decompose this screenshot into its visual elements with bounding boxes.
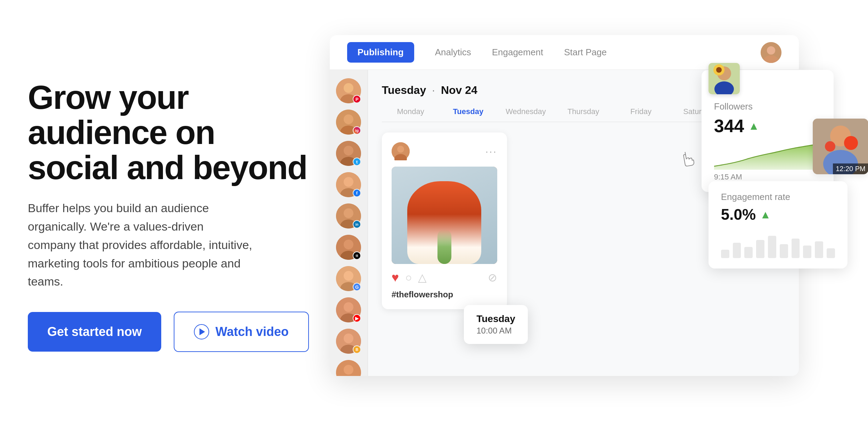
- svg-point-34: [397, 146, 404, 153]
- bar-7: [792, 239, 800, 258]
- engagement-rate-value: 5.0% ▲: [721, 206, 835, 223]
- post-image: [392, 167, 497, 264]
- day-thursday: Thursday: [555, 107, 612, 116]
- bar-2: [733, 243, 741, 258]
- svg-point-16: [344, 208, 353, 218]
- flower-bouquet: [392, 167, 497, 264]
- bar-5: [768, 236, 776, 258]
- play-triangle: [199, 328, 205, 335]
- app-mockup: Publishing Analytics Engagement Start Pa…: [330, 21, 868, 404]
- bar-1: [721, 250, 729, 258]
- post-card: ···: [382, 133, 507, 309]
- followers-chart: [714, 142, 821, 170]
- google-badge: G: [353, 283, 361, 291]
- hero-left: Grow your audience on social and beyond …: [28, 73, 309, 352]
- hero-container: Grow your audience on social and beyond …: [0, 0, 868, 425]
- buffer-badge: B: [353, 345, 361, 354]
- date-separator: ·: [432, 84, 435, 96]
- followers-time: 9:15 AM: [714, 173, 821, 182]
- svg-point-25: [344, 302, 353, 312]
- sidebar-avatar-twitter[interactable]: t: [336, 141, 361, 166]
- post-hashtag: #theflowershop: [392, 290, 497, 299]
- sidebar-avatar-youtube[interactable]: ▶: [336, 297, 361, 322]
- nav-tab-start-page[interactable]: Start Page: [564, 43, 607, 61]
- tooltip-card: Tuesday 10:00 AM: [464, 305, 528, 344]
- bar-8: [803, 246, 811, 258]
- twitter-badge: t: [353, 158, 361, 166]
- play-icon: [194, 324, 209, 339]
- svg-point-13: [344, 177, 353, 187]
- bookmark-icon[interactable]: ⊘: [488, 271, 497, 284]
- sidebar-avatar-mastodon[interactable]: M: [336, 360, 361, 376]
- sidebar-avatar-facebook[interactable]: f: [336, 172, 361, 197]
- svg-point-28: [344, 334, 353, 343]
- date-value: Nov 24: [441, 84, 477, 96]
- linkedin-badge: in: [353, 220, 361, 228]
- hero-description: Buffer helps you build an audience organ…: [28, 199, 254, 290]
- day-tuesday: Tuesday: [439, 107, 497, 116]
- bar-6: [780, 244, 788, 258]
- flower-stem: [437, 229, 451, 264]
- social-img-time: 12:20 PM: [833, 163, 868, 174]
- comment-icon[interactable]: ○: [405, 271, 412, 284]
- nav-avatar: [761, 42, 781, 63]
- get-started-button[interactable]: Get started now: [28, 312, 161, 352]
- svg-point-31: [344, 365, 353, 375]
- nav-tab-analytics[interactable]: Analytics: [435, 43, 471, 61]
- rate-up-arrow: ▲: [760, 208, 771, 221]
- svg-point-19: [344, 240, 353, 249]
- day-monday: Monday: [382, 107, 440, 116]
- followers-label: Followers: [714, 101, 821, 112]
- social-img-card: 12:20 PM: [813, 119, 868, 174]
- svg-point-7: [344, 114, 353, 124]
- sidebar-avatar-buffer[interactable]: B: [336, 329, 361, 354]
- watch-video-button[interactable]: Watch video: [174, 312, 309, 352]
- post-avatar: [392, 142, 410, 160]
- followers-number: 344: [714, 115, 744, 136]
- day-friday: Friday: [612, 107, 670, 116]
- watch-video-label: Watch video: [215, 324, 289, 339]
- followers-content: Followers 344 ▲: [714, 101, 821, 182]
- svg-point-46: [844, 136, 858, 150]
- sidebar-avatars: P: [330, 70, 368, 376]
- followers-count: 344 ▲: [714, 115, 821, 136]
- bar-10: [827, 248, 835, 258]
- svg-point-40: [716, 67, 722, 73]
- hero-title: Grow your audience on social and beyond: [28, 80, 309, 185]
- nav-tab-publishing[interactable]: Publishing: [347, 42, 414, 63]
- engagement-label: Engagement rate: [721, 192, 835, 202]
- sidebar-avatar-linkedin[interactable]: in: [336, 203, 361, 228]
- nav-tab-engagement[interactable]: Engagement: [492, 43, 543, 61]
- followers-up-arrow: ▲: [748, 120, 760, 133]
- followers-person-img: [709, 63, 740, 94]
- svg-point-4: [344, 83, 353, 93]
- post-area: ···: [382, 133, 507, 309]
- engagement-bar-chart: [721, 230, 835, 258]
- sidebar-avatar-google[interactable]: G: [336, 266, 361, 291]
- bar-9: [815, 241, 823, 258]
- bar-3: [744, 247, 753, 258]
- svg-point-45: [825, 141, 835, 152]
- hero-right: Publishing Analytics Engagement Start Pa…: [330, 0, 868, 425]
- sidebar-avatar-pinterest[interactable]: P: [336, 78, 361, 103]
- hero-buttons: Get started now Watch video: [28, 312, 309, 352]
- share-icon[interactable]: △: [418, 271, 427, 284]
- bar-4: [756, 240, 764, 258]
- svg-point-10: [344, 146, 353, 155]
- cursor-hand-icon: [675, 145, 700, 173]
- facebook-badge: f: [353, 189, 361, 197]
- tooltip-day: Tuesday: [476, 313, 515, 324]
- svg-point-22: [344, 271, 353, 281]
- sidebar-avatar-tiktok[interactable]: tt: [336, 235, 361, 260]
- day-wednesday: Wednesday: [497, 107, 555, 116]
- instagram-badge: ig: [353, 126, 361, 135]
- post-menu-dots[interactable]: ···: [485, 145, 497, 157]
- svg-point-1: [767, 46, 775, 55]
- sidebar-avatar-instagram[interactable]: ig: [336, 110, 361, 135]
- tiktok-badge: tt: [353, 251, 361, 260]
- engagement-card: Engagement rate 5.0% ▲: [709, 181, 847, 268]
- rate-number: 5.0%: [721, 206, 756, 223]
- post-actions: ♥ ○ △ ⊘: [392, 270, 497, 285]
- post-card-header: ···: [392, 142, 497, 160]
- heart-icon[interactable]: ♥: [392, 270, 399, 285]
